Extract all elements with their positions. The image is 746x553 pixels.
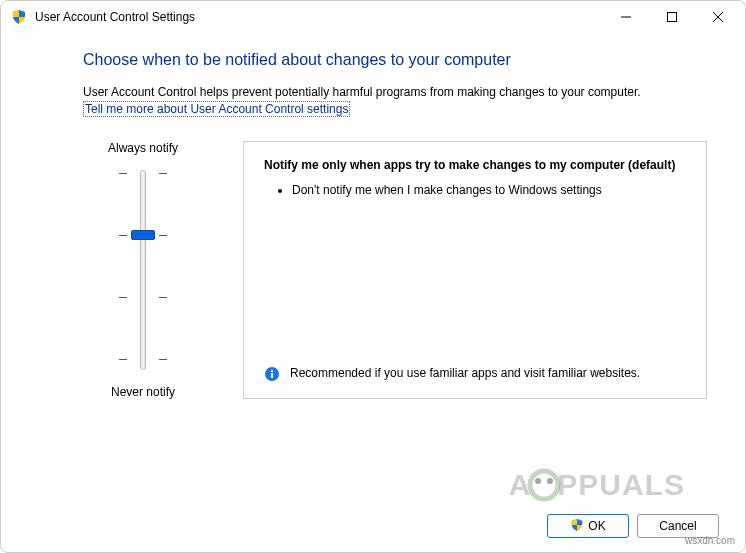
info-bullet-list: Don't notify me when I make changes to W…: [264, 182, 686, 205]
svg-rect-1: [668, 13, 677, 22]
page-description: User Account Control helps prevent poten…: [83, 85, 707, 99]
notification-slider: Always notify Never notify: [83, 141, 203, 399]
svg-point-8: [535, 478, 541, 484]
help-link[interactable]: Tell me more about User Account Control …: [83, 101, 350, 117]
info-recommendation-text: Recommended if you use familiar apps and…: [290, 366, 640, 380]
info-recommendation: Recommended if you use familiar apps and…: [264, 366, 686, 382]
slider-bottom-label: Never notify: [111, 385, 175, 399]
content-area: Choose when to be notified about changes…: [1, 33, 745, 399]
close-button[interactable]: [695, 1, 741, 33]
slider-top-label: Always notify: [108, 141, 178, 155]
svg-rect-6: [271, 370, 273, 372]
ok-button[interactable]: OK: [547, 514, 629, 538]
cancel-button-label: Cancel: [659, 519, 696, 533]
info-icon: [264, 366, 280, 382]
svg-rect-5: [271, 373, 273, 378]
watermark-text: wsxdn.com: [685, 535, 735, 546]
info-title: Notify me only when apps try to make cha…: [264, 158, 686, 172]
notification-info-box: Notify me only when apps try to make cha…: [243, 141, 707, 399]
slider-track[interactable]: [113, 165, 173, 375]
brand-watermark: A PPUALS: [509, 468, 685, 502]
ok-button-label: OK: [588, 519, 605, 533]
svg-point-9: [547, 478, 553, 484]
maximize-button[interactable]: [649, 1, 695, 33]
shield-icon: [11, 9, 27, 25]
info-bullet-item: Don't notify me when I make changes to W…: [292, 182, 686, 199]
shield-icon: [570, 518, 584, 535]
slider-thumb[interactable]: [131, 230, 155, 240]
page-heading: Choose when to be notified about changes…: [83, 51, 707, 69]
svg-point-7: [530, 471, 558, 499]
window-title: User Account Control Settings: [35, 10, 195, 24]
titlebar: User Account Control Settings: [1, 1, 745, 33]
minimize-button[interactable]: [603, 1, 649, 33]
